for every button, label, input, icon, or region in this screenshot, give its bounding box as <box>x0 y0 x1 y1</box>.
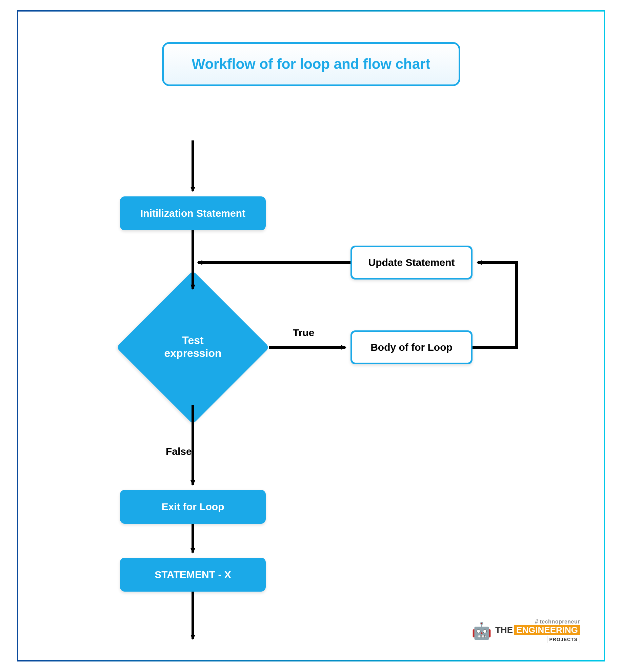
brand-text: # technopreneur THE ENGINEERING PROJECTS <box>495 619 580 643</box>
robot-icon: 🤖 <box>471 623 492 639</box>
title-text: Workflow of for loop and flow chart <box>192 56 430 72</box>
node-exit: Exit for Loop <box>120 490 266 524</box>
diagram-frame: Workflow of for loop and flow chart Init… <box>17 10 605 661</box>
brand-engineering: ENGINEERING <box>514 625 580 635</box>
node-statement-x: STATEMENT - X <box>120 558 266 592</box>
edge-label-true: True <box>293 327 314 339</box>
node-update: Update Statement <box>350 246 473 280</box>
brand-tagline: # technopreneur <box>535 619 580 625</box>
edge-label-false: False <box>166 446 192 457</box>
node-initialization: Initilization Statement <box>120 196 266 230</box>
node-statement-x-label: STATEMENT - X <box>155 569 231 580</box>
brand-logo: 🤖 # technopreneur THE ENGINEERING PROJEC… <box>471 619 580 643</box>
title-box: Workflow of for loop and flow chart <box>162 42 460 86</box>
brand-projects: PROJECTS <box>547 636 580 643</box>
node-initialization-label: Initilization Statement <box>140 208 245 219</box>
node-test-expression <box>116 271 270 424</box>
brand-the: THE <box>495 626 513 634</box>
node-body-label: Body of for Loop <box>370 342 453 353</box>
node-exit-label: Exit for Loop <box>162 501 224 513</box>
node-update-label: Update Statement <box>368 257 455 268</box>
node-body: Body of for Loop <box>350 330 473 364</box>
